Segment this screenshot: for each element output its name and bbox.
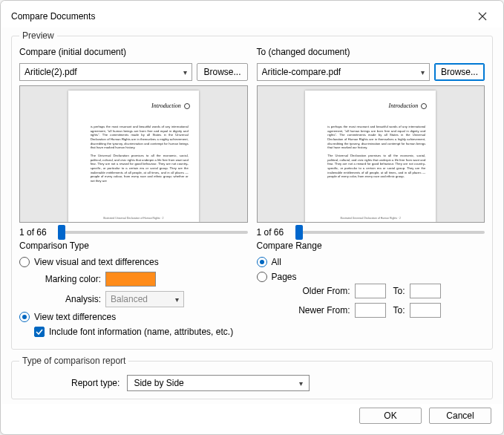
older-from-label: Older From: [298, 286, 350, 296]
range-pages-radio-row[interactable]: Pages [257, 272, 485, 282]
marking-color-swatch[interactable] [105, 272, 156, 287]
ok-button[interactable]: OK [359, 408, 422, 424]
to-file-combo[interactable]: Ariticle-compare.pdf ▾ [257, 63, 430, 81]
report-group: Type of comparison report Report type: S… [11, 356, 493, 399]
compare-range-col: Compare Range All Pages Older From: To: [257, 241, 485, 341]
titlebar: Compare Documents [1, 1, 503, 27]
view-visual-text-label: View visual and text differences [34, 257, 159, 267]
compare-file-combo[interactable]: Ariticle(2).pdf ▾ [19, 63, 192, 81]
to-browse-button[interactable]: Browse... [434, 63, 485, 81]
page-header-title: Introduction [389, 102, 419, 109]
report-type-value: Side by Side [134, 378, 183, 388]
close-button[interactable] [468, 7, 497, 26]
range-all-label: All [272, 257, 281, 267]
newer-from-input[interactable] [355, 303, 386, 318]
page-header-title: Introduction [151, 102, 181, 109]
chevron-down-icon: ▾ [175, 295, 179, 304]
compare-file-value: Ariticle(2).pdf [24, 67, 77, 77]
report-type-combo[interactable]: Side by Side ▾ [127, 375, 310, 391]
to-page-slider[interactable] [295, 231, 485, 234]
analysis-select[interactable]: Balanced ▾ [105, 291, 184, 307]
page-body-text: is perhaps the most resonant and beautif… [327, 125, 425, 179]
view-text-radio-row[interactable]: View text differences [19, 312, 248, 322]
page-header: Introduction [389, 102, 428, 109]
chevron-down-icon: ▾ [299, 379, 303, 387]
compare-preview-pane: Introduction is perhaps the most resonan… [19, 85, 248, 223]
view-visual-text-radio-row[interactable]: View visual and text differences [19, 257, 248, 267]
checkbox-checked-icon [34, 327, 45, 337]
compare-page-count: 1 of 66 [19, 227, 52, 238]
page-body-text: is perhaps the most resonant and beautif… [91, 125, 189, 183]
newer-from-row: Newer From: To: [298, 303, 485, 318]
globe-icon [184, 103, 190, 109]
compare-page-slider[interactable] [58, 231, 248, 234]
dialog-footer: OK Cancel [1, 404, 503, 434]
report-type-row: Report type: Side by Side ▾ [71, 375, 485, 391]
comparison-type-legend: Comparison Type [19, 241, 248, 251]
analysis-value: Balanced [111, 294, 148, 304]
compare-documents-dialog: Compare Documents Preview Compare (initi… [0, 0, 504, 435]
to-preview-pane: Introduction is perhaps the most resonan… [257, 85, 485, 223]
preview-group: Preview Compare (initial document) Ariti… [11, 30, 493, 350]
older-to-label: To: [390, 286, 405, 296]
chevron-down-icon: ▾ [421, 68, 425, 76]
compare-browse-button[interactable]: Browse... [197, 63, 247, 81]
page-header: Introduction [151, 102, 190, 109]
chevron-down-icon: ▾ [183, 68, 187, 76]
to-page-thumbnail: Introduction is perhaps the most resonan… [305, 91, 436, 223]
radio-unselected-icon [19, 257, 30, 267]
compare-range-legend: Compare Range [257, 241, 485, 251]
globe-icon [421, 103, 427, 109]
analysis-row: Analysis: Balanced ▾ [34, 291, 248, 307]
view-text-label: View text differences [34, 312, 116, 322]
report-type-label: Report type: [71, 378, 120, 388]
newer-from-label: Newer From: [298, 305, 350, 315]
dialog-body: Preview Compare (initial document) Ariti… [1, 27, 503, 404]
compare-column: Compare (initial document) Ariticle(2).p… [19, 47, 248, 238]
range-all-radio-row[interactable]: All [257, 257, 485, 267]
page-footer-text: Illustrated Universal Declaration of Hum… [331, 217, 410, 220]
newer-to-label: To: [390, 305, 405, 315]
compare-page-thumbnail: Introduction is perhaps the most resonan… [68, 91, 199, 223]
include-font-label: Include font information (name, attribut… [49, 327, 233, 337]
options-row: Comparison Type View visual and text dif… [19, 241, 485, 341]
analysis-label: Analysis: [34, 294, 101, 304]
marking-color-row: Marking color: [34, 272, 248, 287]
radio-unselected-icon [257, 272, 267, 282]
page-footer-text: Illustrated Universal Declaration of Hum… [94, 217, 173, 220]
comparison-type-col: Comparison Type View visual and text dif… [19, 241, 248, 341]
radio-selected-icon [257, 257, 267, 267]
to-label: To (changed document) [257, 47, 485, 57]
to-column: To (changed document) Ariticle-compare.p… [257, 47, 485, 238]
cancel-button[interactable]: Cancel [429, 408, 491, 424]
older-to-input[interactable] [410, 284, 441, 298]
newer-to-input[interactable] [410, 303, 441, 318]
include-font-check-row[interactable]: Include font information (name, attribut… [34, 327, 248, 337]
compare-label: Compare (initial document) [19, 47, 248, 57]
older-from-input[interactable] [355, 284, 386, 298]
report-legend: Type of comparison report [19, 356, 128, 366]
older-from-row: Older From: To: [298, 284, 485, 298]
dialog-title: Compare Documents [11, 11, 95, 22]
range-pages-label: Pages [272, 272, 297, 282]
to-page-count: 1 of 66 [257, 227, 289, 238]
marking-color-label: Marking color: [34, 274, 101, 284]
radio-selected-icon [19, 312, 30, 322]
close-icon [478, 12, 487, 21]
preview-legend: Preview [19, 30, 57, 41]
preview-columns: Compare (initial document) Ariticle(2).p… [19, 47, 485, 238]
to-file-value: Ariticle-compare.pdf [262, 67, 341, 77]
